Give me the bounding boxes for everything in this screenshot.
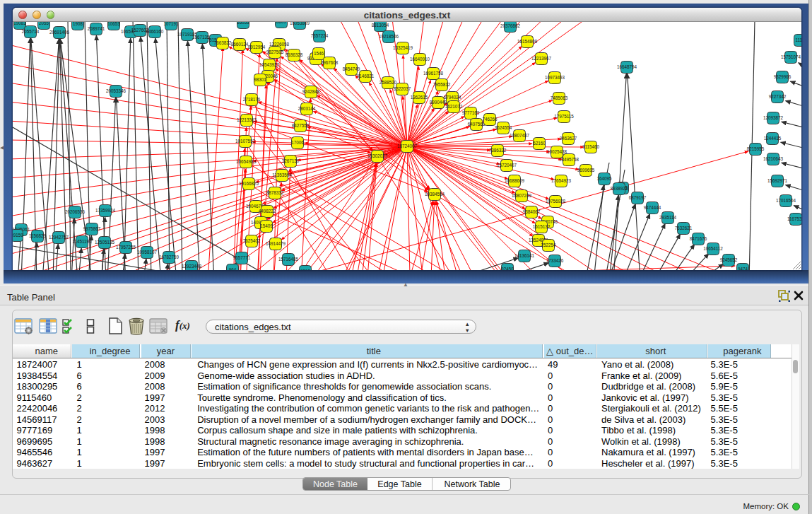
svg-text:9227342: 9227342 [769,94,787,99]
svg-text:17975115: 17975115 [554,114,574,119]
svg-text:4498222: 4498222 [259,209,276,214]
svg-text:17359924: 17359924 [95,208,116,213]
svg-text:9384067: 9384067 [523,209,541,214]
svg-text:62160: 62160 [533,141,546,146]
svg-text:8471676: 8471676 [690,236,707,241]
svg-text:10654983: 10654983 [236,159,257,164]
svg-text:14914479: 14914479 [266,241,286,246]
svg-text:2055: 2055 [39,22,49,25]
svg-text:10654112: 10654112 [703,246,723,251]
svg-text:19756928: 19756928 [546,199,566,204]
svg-text:8878332: 8878332 [266,190,284,195]
svg-text:8660124: 8660124 [231,42,249,47]
svg-text:92450: 92450 [501,267,514,270]
svg-text:1908: 1908 [73,22,83,26]
svg-text:164095: 164095 [596,176,612,181]
svg-text:107191: 107191 [163,22,179,26]
svg-text:15692971: 15692971 [767,178,788,183]
svg-text:9827505: 9827505 [266,49,284,54]
svg-text:16053: 16053 [237,22,249,25]
svg-text:12505135: 12505135 [95,240,115,245]
svg-text:13325419: 13325419 [393,45,413,50]
svg-text:7386322: 7386322 [489,148,507,153]
svg-text:9474: 9474 [738,267,748,270]
svg-text:6497568: 6497568 [468,122,486,127]
svg-text:9474444: 9474444 [644,205,661,210]
svg-text:9318: 9318 [300,269,311,270]
svg-text:20376862: 20376862 [500,23,521,28]
svg-text:2803144: 2803144 [298,106,316,111]
svg-text:9329966: 9329966 [774,74,792,79]
svg-text:8427552: 8427552 [292,123,310,128]
svg-text:17016504: 17016504 [776,198,796,203]
svg-text:9115460: 9115460 [582,144,600,149]
svg-text:6466160: 6466160 [146,29,164,34]
svg-text:8609: 8609 [276,22,287,24]
svg-text:7357224: 7357224 [311,33,329,38]
svg-text:16961758: 16961758 [423,71,444,76]
svg-text:8215955: 8215955 [747,146,765,151]
svg-text:18807249: 18807249 [512,193,532,198]
svg-text:9242848: 9242848 [302,89,320,94]
svg-text:10025438: 10025438 [547,149,567,154]
svg-text:10958107: 10958107 [137,250,158,255]
svg-text:15751074: 15751074 [781,54,801,59]
svg-text:14136141: 14136141 [514,253,535,258]
svg-text:746266: 746266 [482,117,498,122]
svg-text:18724007: 18724007 [397,144,418,148]
svg-text:12213967: 12213967 [531,56,552,61]
svg-text:2055714: 2055714 [22,29,40,34]
svg-text:10973493: 10973493 [545,75,565,80]
svg-text:2967608: 2967608 [321,60,339,65]
svg-text:252254: 252254 [541,243,556,247]
svg-text:1167533: 1167533 [787,216,801,221]
svg-text:1156829: 1156829 [29,233,47,238]
svg-text:11451194: 11451194 [72,239,92,244]
svg-text:1621072: 1621072 [445,104,463,109]
svg-text:1546: 1546 [314,51,324,56]
svg-text:10543922: 10543922 [259,62,280,67]
svg-text:9777169: 9777169 [462,110,480,115]
svg-text:16648794: 16648794 [617,64,637,69]
svg-text:1362615: 1362615 [411,95,428,100]
svg-text:1244415: 1244415 [764,136,782,141]
svg-text:9657771: 9657771 [233,255,251,260]
svg-text:12942757: 12942757 [49,235,69,240]
svg-text:12923448: 12923448 [182,264,202,269]
svg-text:6879197: 6879197 [629,195,647,200]
svg-text:15720407: 15720407 [497,163,517,168]
svg-text:39159: 39159 [13,233,23,238]
svg-text:9463627: 9463627 [560,136,577,141]
svg-text:20206536: 20206536 [65,209,86,214]
svg-text:17654923: 17654923 [551,178,572,183]
svg-text:10807487: 10807487 [510,133,530,138]
svg-text:1615132: 1615132 [533,224,551,229]
svg-text:9699695: 9699695 [577,168,595,173]
svg-text:964: 964 [229,267,237,270]
svg-text:15409: 15409 [260,223,273,228]
svg-text:9975867: 9975867 [83,226,101,231]
svg-text:19384554: 19384554 [425,192,445,197]
svg-text:15716485: 15716485 [278,257,299,262]
svg-text:10688609: 10688609 [505,178,525,183]
svg-text:16782759: 16782759 [159,255,180,259]
svg-text:3267130: 3267130 [282,158,300,163]
svg-text:2935114: 2935114 [659,215,677,220]
svg-text:9245652: 9245652 [720,257,738,262]
svg-text:1733426: 1733426 [546,258,564,263]
svg-text:7663822: 7663822 [214,40,232,45]
svg-text:20691406: 20691406 [49,30,70,35]
svg-text:1112: 1112 [795,37,801,42]
svg-text:7632621: 7632621 [675,226,693,230]
svg-text:7485063: 7485063 [551,95,568,100]
svg-text:9146821: 9146821 [357,74,375,78]
svg-text:8454749: 8454749 [343,66,360,71]
svg-text:8912954: 8912954 [248,45,266,49]
svg-text:17957255: 17957255 [116,245,136,250]
svg-text:8322037: 8322037 [394,86,411,91]
svg-text:18495758: 18495758 [559,157,579,162]
svg-text:3624554: 3624554 [495,125,512,130]
svg-text:2089741: 2089741 [88,26,105,31]
svg-text:19166825: 19166825 [239,181,259,186]
svg-text:6794024: 6794024 [444,95,461,100]
